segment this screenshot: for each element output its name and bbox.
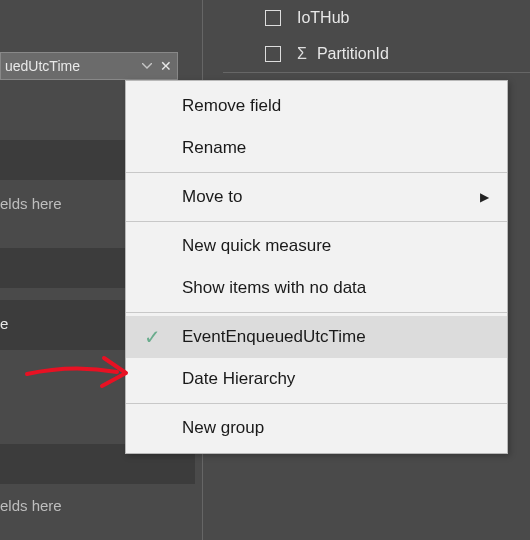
- menu-label: Remove field: [182, 96, 281, 116]
- field-row-iothub[interactable]: IoTHub: [203, 0, 530, 36]
- chevron-right-icon: ▶: [480, 190, 489, 204]
- field-context-menu: Remove field Rename Move to ▶ New quick …: [125, 80, 508, 454]
- menu-rename[interactable]: Rename: [126, 127, 507, 169]
- divider: [223, 72, 530, 73]
- chevron-down-icon[interactable]: [139, 63, 155, 69]
- drop-fields-placeholder: elds here: [0, 195, 62, 212]
- menu-label: New group: [182, 418, 264, 438]
- sigma-icon: Σ: [297, 45, 307, 63]
- menu-separator: [126, 172, 507, 173]
- field-label: IoTHub: [297, 9, 349, 27]
- menu-new-group[interactable]: New group: [126, 407, 507, 449]
- menu-show-items-no-data[interactable]: Show items with no data: [126, 267, 507, 309]
- menu-label: EventEnqueuedUtcTime: [182, 327, 366, 347]
- check-icon: ✓: [144, 325, 161, 349]
- menu-label: New quick measure: [182, 236, 331, 256]
- menu-separator: [126, 221, 507, 222]
- field-label: PartitionId: [317, 45, 389, 63]
- menu-label: Show items with no data: [182, 278, 366, 298]
- menu-event-enqueued-utc-time[interactable]: ✓ EventEnqueuedUtcTime: [126, 316, 507, 358]
- field-chip[interactable]: uedUtcTime ✕: [0, 52, 178, 80]
- field-row-partitionid[interactable]: Σ PartitionId: [203, 36, 530, 72]
- menu-date-hierarchy[interactable]: Date Hierarchy: [126, 358, 507, 400]
- field-chip-label: uedUtcTime: [5, 58, 139, 74]
- drop-fields-placeholder: elds here: [0, 497, 62, 514]
- menu-separator: [126, 403, 507, 404]
- menu-separator: [126, 312, 507, 313]
- menu-label: Rename: [182, 138, 246, 158]
- menu-label: Move to: [182, 187, 242, 207]
- menu-remove-field[interactable]: Remove field: [126, 85, 507, 127]
- checkbox-icon[interactable]: [265, 10, 281, 26]
- close-icon[interactable]: ✕: [155, 58, 177, 74]
- menu-move-to[interactable]: Move to ▶: [126, 176, 507, 218]
- checkbox-icon[interactable]: [265, 46, 281, 62]
- menu-new-quick-measure[interactable]: New quick measure: [126, 225, 507, 267]
- menu-label: Date Hierarchy: [182, 369, 295, 389]
